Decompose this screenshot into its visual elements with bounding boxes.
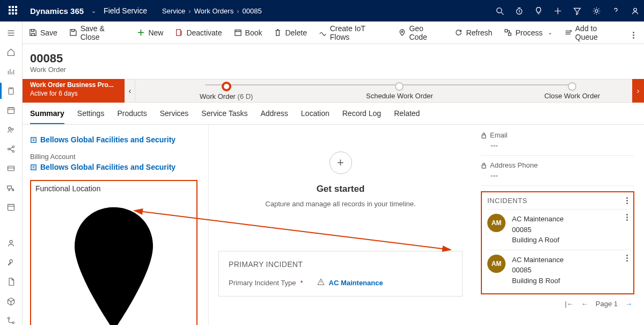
refresh-button[interactable]: Refresh bbox=[455, 28, 492, 37]
search-icon[interactable] bbox=[495, 6, 504, 16]
app-launcher-icon[interactable] bbox=[9, 6, 18, 16]
iot-button[interactable]: Create IoT Flows bbox=[319, 24, 386, 41]
warning-icon bbox=[317, 278, 325, 287]
tab-summary[interactable]: Summary bbox=[30, 109, 64, 124]
pager-label: Page 1 bbox=[596, 300, 618, 308]
svg-rect-21 bbox=[505, 30, 508, 32]
command-bar: Save Save & Close New Deactivate Book De… bbox=[0, 21, 644, 44]
help-icon[interactable] bbox=[611, 6, 620, 16]
save-close-button[interactable]: Save & Close bbox=[69, 24, 125, 41]
svg-point-0 bbox=[496, 8, 501, 12]
book-button[interactable]: Book bbox=[234, 28, 262, 37]
more-commands-button[interactable] bbox=[633, 26, 634, 39]
hamburger-icon[interactable] bbox=[6, 28, 16, 38]
breadcrumb-item[interactable]: Service bbox=[162, 7, 185, 15]
address-phone-label: Address Phone bbox=[481, 161, 634, 169]
svg-rect-18 bbox=[177, 30, 181, 35]
clipboard-icon[interactable] bbox=[6, 86, 16, 96]
incident-row[interactable]: AM AC Maintenance 00085 Building A Roof bbox=[487, 209, 628, 250]
pager-next-button[interactable]: → bbox=[625, 300, 632, 308]
person-icon[interactable] bbox=[630, 6, 640, 16]
bpf-expand-button[interactable]: › bbox=[632, 79, 644, 103]
primary-incident-heading: PRIMARY INCIDENT bbox=[229, 260, 452, 269]
gear-icon[interactable] bbox=[591, 6, 601, 16]
people-icon[interactable] bbox=[6, 125, 16, 134]
home-icon[interactable] bbox=[6, 47, 16, 57]
incidents-more-button[interactable] bbox=[626, 197, 628, 204]
bpf-stage-schedule[interactable]: Schedule Work Order bbox=[366, 82, 433, 100]
queue-button[interactable]: Add to Queue bbox=[564, 24, 621, 41]
pager-prev-button[interactable]: ← bbox=[581, 300, 588, 308]
incident-row[interactable]: AM AC Maintenance 00085 Building B Roof bbox=[487, 250, 628, 291]
calendar-icon[interactable] bbox=[6, 105, 16, 115]
pager-first-button[interactable]: |← bbox=[565, 300, 573, 308]
entity-name: Work Order bbox=[30, 66, 644, 74]
avatar: AM bbox=[487, 214, 506, 232]
truck-icon[interactable] bbox=[6, 183, 16, 192]
tab-address[interactable]: Address bbox=[260, 109, 288, 124]
chevron-down-icon[interactable]: ⌄ bbox=[91, 8, 96, 15]
billing-account-link[interactable]: Bellows Global Facilities and Security bbox=[30, 161, 197, 171]
save-button[interactable]: Save bbox=[29, 28, 57, 37]
timeline-desc: Capture and manage all records in your t… bbox=[218, 200, 463, 208]
filter-icon[interactable] bbox=[572, 6, 582, 16]
svg-rect-22 bbox=[509, 33, 511, 35]
functional-location-label: Functional Location bbox=[35, 184, 192, 193]
incidents-heading: INCIDENTS bbox=[487, 197, 528, 205]
box-icon[interactable] bbox=[6, 296, 16, 306]
breadcrumb-item[interactable]: Work Orders bbox=[194, 7, 233, 15]
bpf-stage-close[interactable]: Close Work Order bbox=[544, 82, 600, 100]
primary-incident-type-link[interactable]: AC Maintenance bbox=[329, 279, 383, 287]
document-icon[interactable] bbox=[6, 277, 16, 286]
new-button[interactable]: New bbox=[137, 28, 163, 37]
functional-location-link[interactable]: Building A Roof bbox=[35, 196, 192, 325]
schedule-icon[interactable] bbox=[6, 202, 16, 212]
svg-rect-14 bbox=[8, 204, 14, 210]
primary-incident-section: PRIMARY INCIDENT Primary Incident Type *… bbox=[218, 251, 463, 297]
business-process-flow: Work Order Business Pro... Active for 6 … bbox=[23, 79, 644, 103]
incident-more-button[interactable] bbox=[626, 255, 628, 262]
bpf-stage-work-order[interactable]: Work Order (6 D) bbox=[200, 82, 253, 100]
pager: |← ← Page 1 → bbox=[481, 294, 634, 308]
user-icon[interactable] bbox=[6, 238, 16, 248]
tab-service-tasks[interactable]: Service Tasks bbox=[201, 109, 247, 124]
brand-label[interactable]: Dynamics 365 bbox=[30, 6, 84, 16]
svg-point-10 bbox=[12, 150, 14, 152]
card-icon[interactable] bbox=[6, 163, 16, 173]
tab-settings[interactable]: Settings bbox=[77, 109, 105, 124]
process-button[interactable]: Process⌄ bbox=[504, 28, 552, 37]
global-nav: Dynamics 365 ⌄ Field Service Service › W… bbox=[0, 0, 644, 21]
svg-point-12 bbox=[9, 189, 10, 191]
bpf-flag[interactable]: Work Order Business Pro... Active for 6 … bbox=[23, 79, 125, 103]
chart-icon[interactable] bbox=[6, 67, 16, 76]
plus-icon[interactable] bbox=[553, 6, 562, 16]
geocode-button[interactable]: Geo Code bbox=[398, 24, 443, 41]
svg-rect-28 bbox=[482, 135, 486, 138]
timeline-heading: Get started bbox=[218, 184, 463, 194]
tab-location[interactable]: Location bbox=[301, 109, 330, 124]
bpf-collapse-button[interactable]: ‹ bbox=[125, 79, 135, 103]
tab-related[interactable]: Related bbox=[394, 109, 420, 124]
breadcrumb-item[interactable]: 00085 bbox=[242, 7, 261, 15]
deactivate-button[interactable]: Deactivate bbox=[175, 28, 222, 37]
app-name[interactable]: Field Service bbox=[104, 6, 147, 15]
timeline-add-button[interactable]: + bbox=[330, 151, 352, 174]
tab-record-log[interactable]: Record Log bbox=[342, 109, 381, 124]
service-account-link[interactable]: Bellows Global Facilities and Security bbox=[30, 133, 197, 144]
delete-button[interactable]: Delete bbox=[274, 28, 306, 37]
svg-point-9 bbox=[12, 146, 14, 147]
functional-location-highlight: Functional Location Building A Roof bbox=[30, 180, 197, 325]
tab-products[interactable]: Products bbox=[117, 109, 147, 124]
svg-rect-24 bbox=[31, 164, 36, 169]
address-phone-value: --- bbox=[481, 169, 634, 186]
form-body: Bellows Global Facilities and Security B… bbox=[23, 125, 644, 325]
lightbulb-icon[interactable] bbox=[533, 6, 543, 16]
timer-icon[interactable] bbox=[514, 6, 524, 16]
incident-more-button[interactable] bbox=[626, 214, 628, 221]
network-icon[interactable] bbox=[6, 144, 16, 154]
record-title: 00085 bbox=[30, 52, 644, 66]
wrench-icon[interactable] bbox=[6, 257, 16, 267]
svg-point-17 bbox=[12, 322, 14, 323]
route-icon[interactable] bbox=[6, 315, 16, 325]
tab-services[interactable]: Services bbox=[160, 109, 189, 124]
